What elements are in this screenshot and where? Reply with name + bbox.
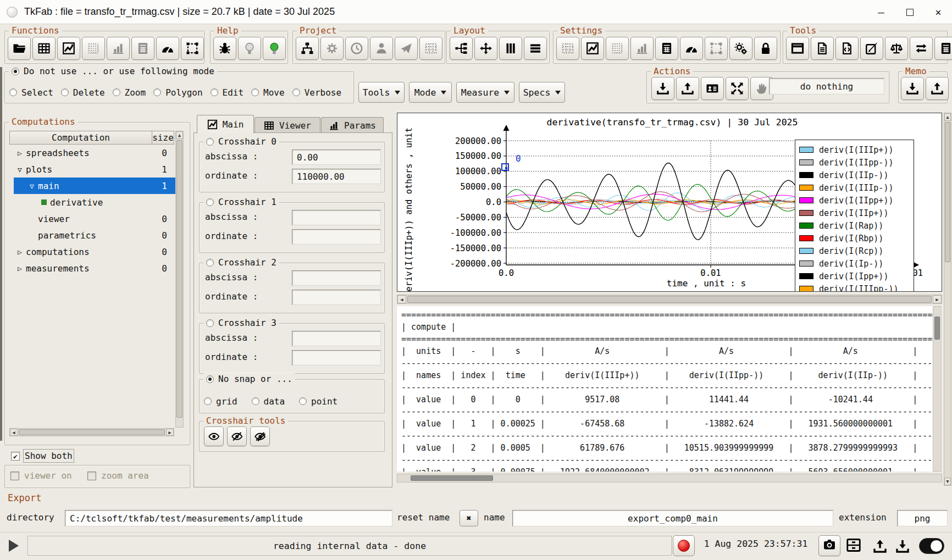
- export-button[interactable]: [926, 77, 949, 100]
- minimize-button[interactable]: –: [867, 0, 895, 24]
- close-button[interactable]: ×: [925, 0, 952, 24]
- show-both-checkbox[interactable]: ✔ Show both: [11, 451, 73, 461]
- send-button[interactable]: [395, 37, 418, 60]
- halftone-button[interactable]: [82, 37, 105, 60]
- play-button[interactable]: [9, 540, 19, 552]
- snap-radio-grid[interactable]: grid: [204, 396, 237, 407]
- tree-row-computations[interactable]: ▷computations0: [14, 243, 179, 260]
- tab-viewer[interactable]: Viewer: [254, 117, 320, 133]
- directory-input[interactable]: C:/tclsoft/tkfab/test/measurements/ampli…: [65, 510, 392, 526]
- scroll-right-icon[interactable]: ▶: [166, 429, 174, 436]
- document-button[interactable]: [811, 37, 834, 60]
- tree-row-viewer[interactable]: viewer0: [14, 210, 179, 227]
- tab-params[interactable]: Params: [321, 117, 384, 133]
- tab-main[interactable]: Main: [197, 115, 254, 134]
- scales-button[interactable]: [885, 37, 908, 60]
- download-button[interactable]: [895, 539, 910, 556]
- line-chart-button[interactable]: [57, 37, 80, 60]
- code-document-button[interactable]: [835, 37, 859, 60]
- tree-vscroll-thumb[interactable]: [176, 140, 182, 418]
- eye-double-slash-button[interactable]: [250, 426, 270, 446]
- bulb-on-button[interactable]: [263, 37, 286, 60]
- bar-chart-button[interactable]: [107, 37, 130, 60]
- lock-button[interactable]: [754, 37, 777, 60]
- calculator-button[interactable]: [131, 37, 154, 60]
- crosshair-2-ordinate-input[interactable]: [292, 290, 381, 305]
- legend-item[interactable]: deriv(I(Ip-)): [799, 257, 914, 270]
- record-button[interactable]: [673, 535, 695, 556]
- eye-slash-button[interactable]: [227, 426, 247, 446]
- crosshair-0-ordinate-input[interactable]: 110000.00: [292, 169, 381, 184]
- edit-button[interactable]: [860, 37, 883, 60]
- move-arrows-button[interactable]: [474, 37, 497, 60]
- hierarchy-button[interactable]: [296, 37, 319, 60]
- scroll-up-icon[interactable]: ▲: [176, 131, 183, 139]
- mode-radio-edit[interactable]: Edit: [211, 87, 244, 98]
- mode-menu-button[interactable]: Mode: [409, 82, 452, 103]
- mode-radio-delete[interactable]: Delete: [61, 87, 105, 98]
- no-snap-radio[interactable]: [206, 375, 214, 383]
- line-chart-button[interactable]: [581, 37, 604, 60]
- action-field[interactable]: do nothing: [769, 78, 884, 95]
- legend-item[interactable]: deriv(I(Rcp)): [799, 245, 914, 257]
- scroll-right-icon[interactable]: ▶: [933, 295, 942, 303]
- measure-menu-button[interactable]: Measure: [456, 82, 514, 103]
- mode-none-radio[interactable]: [12, 68, 19, 75]
- legend-item[interactable]: deriv(I(Rbp)): [799, 232, 914, 245]
- rows-button[interactable]: [524, 37, 547, 60]
- selection-frame-button[interactable]: [181, 37, 204, 60]
- snap-radio-data[interactable]: data: [252, 396, 285, 407]
- contact-card-button[interactable]: [701, 77, 724, 100]
- data-table-area[interactable]: ========================================…: [397, 306, 942, 472]
- tree-row-plots[interactable]: ▽plots1: [14, 161, 179, 178]
- expander-expanded-icon[interactable]: ▽: [26, 182, 38, 190]
- clock-button[interactable]: [345, 37, 368, 60]
- theme-toggle[interactable]: [919, 538, 944, 554]
- expander-expanded-icon[interactable]: ▽: [14, 165, 26, 174]
- tree-header-computation[interactable]: Computation: [9, 131, 152, 145]
- tree-row-main[interactable]: ▽main1: [14, 178, 179, 194]
- mode-radio-move[interactable]: Move: [251, 87, 285, 98]
- bulb-off-button[interactable]: [238, 37, 261, 60]
- scroll-up-icon[interactable]: ▲: [944, 113, 951, 121]
- gears-button[interactable]: [729, 37, 752, 60]
- grid-button[interactable]: [419, 37, 442, 60]
- legend-item[interactable]: deriv(I(IIIp+)): [799, 143, 914, 156]
- extension-input[interactable]: png: [897, 510, 948, 526]
- window-vscrollbar[interactable]: ▲ ▼: [944, 113, 951, 486]
- camera-button[interactable]: [818, 535, 840, 556]
- layout-tree-button[interactable]: [450, 37, 473, 60]
- reset-name-button[interactable]: ✖: [460, 510, 478, 526]
- halftone-button[interactable]: [606, 37, 629, 60]
- name-input[interactable]: export_comp0_main: [512, 510, 833, 526]
- viewer-on-checkbox[interactable]: viewer on: [10, 470, 72, 481]
- tools-menu-button[interactable]: Tools: [358, 82, 405, 103]
- tree-row-spreadsheets[interactable]: ▷spreadsheets0: [14, 145, 179, 161]
- table-vscrollbar[interactable]: [933, 306, 942, 472]
- legend-item[interactable]: deriv(I(IIpp+)): [799, 194, 914, 207]
- crosshair-1-ordinate-input[interactable]: [292, 229, 381, 245]
- calculator-button[interactable]: [934, 37, 952, 60]
- table-hscrollbar[interactable]: [397, 474, 942, 483]
- snap-radio-point[interactable]: point: [299, 396, 337, 407]
- legend-item[interactable]: deriv(I(IIp-)): [799, 169, 914, 181]
- export-button[interactable]: [676, 77, 699, 100]
- eye-button[interactable]: [204, 426, 224, 446]
- mode-radio-select[interactable]: Select: [9, 87, 53, 98]
- spreadsheet-button[interactable]: [32, 37, 56, 60]
- person-button[interactable]: [370, 37, 393, 60]
- tree-row-parametrics[interactable]: parametrics0: [14, 227, 179, 243]
- table-hscroll-thumb[interactable]: [411, 475, 493, 481]
- zoom-area-checkbox[interactable]: zoom area: [87, 470, 149, 481]
- upload-button[interactable]: [873, 539, 887, 556]
- scroll-left-icon[interactable]: ◀: [397, 295, 406, 303]
- expander-collapsed-icon[interactable]: ▷: [14, 264, 26, 273]
- mode-radio-zoom[interactable]: Zoom: [113, 87, 146, 98]
- swap-arrows-button[interactable]: [910, 37, 933, 60]
- crosshair-3-radio[interactable]: [206, 319, 214, 327]
- legend-item[interactable]: deriv(I(IIIpp-)): [799, 282, 914, 292]
- scroll-down-icon[interactable]: ▼: [944, 478, 951, 485]
- specs-menu-button[interactable]: Specs: [519, 82, 565, 103]
- maximize-button[interactable]: [896, 0, 923, 24]
- import-button[interactable]: [651, 77, 674, 100]
